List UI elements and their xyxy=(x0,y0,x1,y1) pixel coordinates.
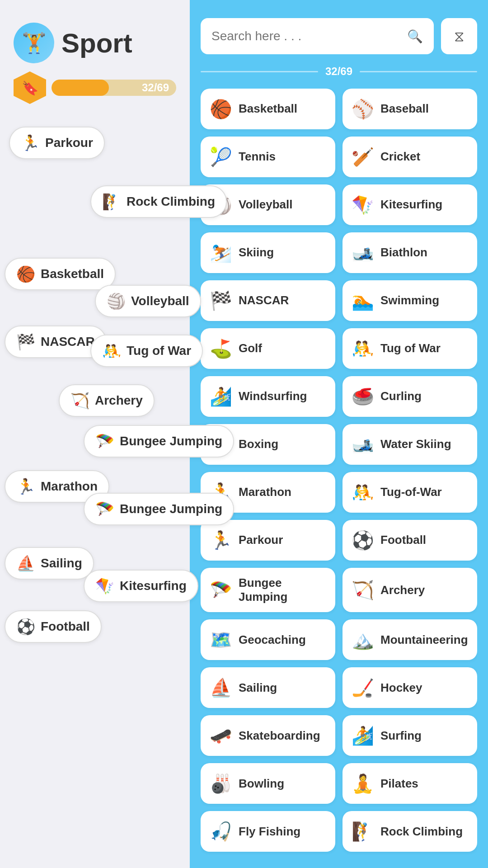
grid-item-bowling[interactable]: 🎳 Bowling xyxy=(201,763,335,804)
grid-label-marathon: Marathon xyxy=(239,485,291,499)
left-chip-bungee-jumping-1[interactable]: 🪂 Bungee Jumping xyxy=(84,425,234,458)
chip-label-football: Football xyxy=(41,619,90,634)
grid-item-skiing[interactable]: ⛷️ Skiing xyxy=(201,232,335,273)
grid-icon-cricket: 🏏 xyxy=(352,146,374,168)
grid-item-basketball[interactable]: 🏀 Basketball xyxy=(201,89,335,129)
left-chip-volleyball[interactable]: 🏐 Volleyball xyxy=(95,285,201,317)
chip-icon-nascar: 🏁 xyxy=(16,333,35,351)
grid-label-kitesurfing: Kitesurfing xyxy=(380,198,442,212)
grid-icon-kitesurfing: 🪁 xyxy=(352,194,374,216)
left-chip-football[interactable]: ⚽ Football xyxy=(5,610,102,643)
grid-item-surfing[interactable]: 🏄 Surfing xyxy=(343,715,477,756)
chip-label-marathon: Marathon xyxy=(41,479,98,494)
grid-label-football: Football xyxy=(380,533,426,547)
grid-item-baseball[interactable]: ⚾ Baseball xyxy=(343,89,477,129)
search-input[interactable] xyxy=(211,29,402,43)
grid-item-swimming[interactable]: 🏊 Swimming xyxy=(343,280,477,321)
filter-button[interactable]: ⧖ xyxy=(441,18,477,54)
right-panel: 🔍 ⧖ 32/69 🏀 Basketball ⚾ Baseball 🎾 Tenn… xyxy=(190,0,488,868)
progress-label: 32/69 xyxy=(142,81,169,94)
sport-icon: 🏋️ xyxy=(14,23,54,63)
grid-item-bungee-jumping[interactable]: 🪂 Bungee Jumping xyxy=(201,568,335,612)
grid-item-pilates[interactable]: 🧘 Pilates xyxy=(343,763,477,804)
progress-bar: 32/69 xyxy=(52,80,176,96)
grid-icon-skiing: ⛷️ xyxy=(210,242,232,264)
grid-item-archery[interactable]: 🏹 Archery xyxy=(343,568,477,612)
grid-icon-parkour: 🏃 xyxy=(210,530,232,551)
grid-icon-tennis: 🎾 xyxy=(210,146,232,168)
grid-icon-swimming: 🏊 xyxy=(352,290,374,311)
left-chip-bungee-jumping-2[interactable]: 🪂 Bungee Jumping xyxy=(84,493,234,525)
left-chip-archery[interactable]: 🏹 Archery xyxy=(59,384,155,417)
grid-label-mountaineering: Mountaineering xyxy=(380,633,468,647)
grid-item-parkour[interactable]: 🏃 Parkour xyxy=(201,520,335,561)
grid-item-geocaching[interactable]: 🗺️ Geocaching xyxy=(201,619,335,660)
grid-item-fly-fishing[interactable]: 🎣 Fly Fishing xyxy=(201,811,335,852)
grid-label-basketball: Basketball xyxy=(239,102,297,116)
left-chip-tug-of-war[interactable]: 🤼 Tug of War xyxy=(90,335,203,367)
chip-icon-basketball: 🏀 xyxy=(16,265,35,283)
grid-icon-golf: ⛳ xyxy=(210,338,232,359)
grid-icon-biathlon: 🎿 xyxy=(352,242,374,264)
left-chip-parkour[interactable]: 🏃 Parkour xyxy=(9,127,105,159)
page-title: Sport xyxy=(61,28,132,59)
grid-item-water-skiing[interactable]: 🎿 Water Skiing xyxy=(343,424,477,465)
grid-icon-skateboarding: 🛹 xyxy=(210,725,232,746)
grid-item-rock-climbing[interactable]: 🧗 Rock Climbing xyxy=(343,811,477,852)
chip-label-nascar: NASCAR xyxy=(41,335,95,349)
chip-label-basketball: Basketball xyxy=(41,267,104,281)
grid-item-mountaineering[interactable]: 🏔️ Mountaineering xyxy=(343,619,477,660)
progress-line-right xyxy=(360,71,477,72)
grid-icon-curling: 🥌 xyxy=(352,386,374,407)
title-row: 🏋️ Sport xyxy=(14,23,176,63)
grid-label-skateboarding: Skateboarding xyxy=(239,729,320,743)
grid-item-sailing[interactable]: ⛵ Sailing xyxy=(201,667,335,708)
left-chip-basketball[interactable]: 🏀 Basketball xyxy=(5,258,116,290)
grid-label-fly-fishing: Fly Fishing xyxy=(239,825,300,839)
grid-item-nascar[interactable]: 🏁 NASCAR xyxy=(201,280,335,321)
search-icon[interactable]: 🔍 xyxy=(407,29,423,44)
grid-item-tug-of-war[interactable]: 🤼 Tug of War xyxy=(343,328,477,369)
grid-item-tennis[interactable]: 🎾 Tennis xyxy=(201,137,335,177)
grid-item-kitesurfing[interactable]: 🪁 Kitesurfing xyxy=(343,184,477,225)
grid-item-curling[interactable]: 🥌 Curling xyxy=(343,376,477,417)
grid-icon-pilates: 🧘 xyxy=(352,773,374,794)
grid-item-golf[interactable]: ⛳ Golf xyxy=(201,328,335,369)
chip-label-bungee-jumping-2: Bungee Jumping xyxy=(120,502,222,516)
grid-icon-baseball: ⚾ xyxy=(352,99,374,120)
grid-label-biathlon: Biathlon xyxy=(380,245,427,259)
chip-label-volleyball: Volleyball xyxy=(131,294,189,308)
grid-item-biathlon[interactable]: 🎿 Biathlon xyxy=(343,232,477,273)
progress-fill xyxy=(52,80,109,96)
grid-icon-archery: 🏹 xyxy=(352,580,374,601)
chip-icon-archery: 🏹 xyxy=(70,392,89,410)
chip-icon-bungee-jumping-2: 🪂 xyxy=(95,500,114,518)
grid-label-golf: Golf xyxy=(239,341,262,355)
chip-icon-bungee-jumping-1: 🪂 xyxy=(95,432,114,450)
search-box: 🔍 xyxy=(201,18,434,54)
left-chip-sailing[interactable]: ⛵ Sailing xyxy=(5,547,94,580)
header-area: 🏋️ Sport 🔖 32/69 xyxy=(0,0,190,113)
progress-indicator: 32/69 xyxy=(201,65,477,78)
grid-item-hockey[interactable]: 🏒 Hockey xyxy=(343,667,477,708)
grid-icon-bowling: 🎳 xyxy=(210,773,232,794)
grid-label-volleyball: Volleyball xyxy=(239,198,292,212)
grid-label-windsurfing: Windsurfing xyxy=(239,389,307,403)
left-items-area: 🏃 Parkour 🧗 Rock Climbing 🏀 Basketball 🏐… xyxy=(0,113,190,836)
grid-item-tug-of-war-2[interactable]: 🤼 Tug-of-War xyxy=(343,472,477,513)
progress-row: 🔖 32/69 xyxy=(14,71,176,104)
grid-item-windsurfing[interactable]: 🏄 Windsurfing xyxy=(201,376,335,417)
chip-icon-marathon: 🏃 xyxy=(16,477,35,495)
grid-item-cricket[interactable]: 🏏 Cricket xyxy=(343,137,477,177)
left-chip-kitesurfing[interactable]: 🪁 Kitesurfing xyxy=(84,570,198,602)
grid-icon-hockey: 🏒 xyxy=(352,677,374,698)
grid-label-parkour: Parkour xyxy=(239,533,283,547)
grid-icon-water-skiing: 🎿 xyxy=(352,434,374,455)
grid-label-sailing: Sailing xyxy=(239,681,277,695)
left-chip-rock-climbing[interactable]: 🧗 Rock Climbing xyxy=(90,185,227,218)
chip-icon-kitesurfing: 🪁 xyxy=(95,577,114,595)
grid-label-rock-climbing: Rock Climbing xyxy=(380,825,463,839)
grid-item-skateboarding[interactable]: 🛹 Skateboarding xyxy=(201,715,335,756)
grid-item-football[interactable]: ⚽ Football xyxy=(343,520,477,561)
sports-grid-scroll[interactable]: 🏀 Basketball ⚾ Baseball 🎾 Tennis 🏏 Crick… xyxy=(201,89,477,857)
